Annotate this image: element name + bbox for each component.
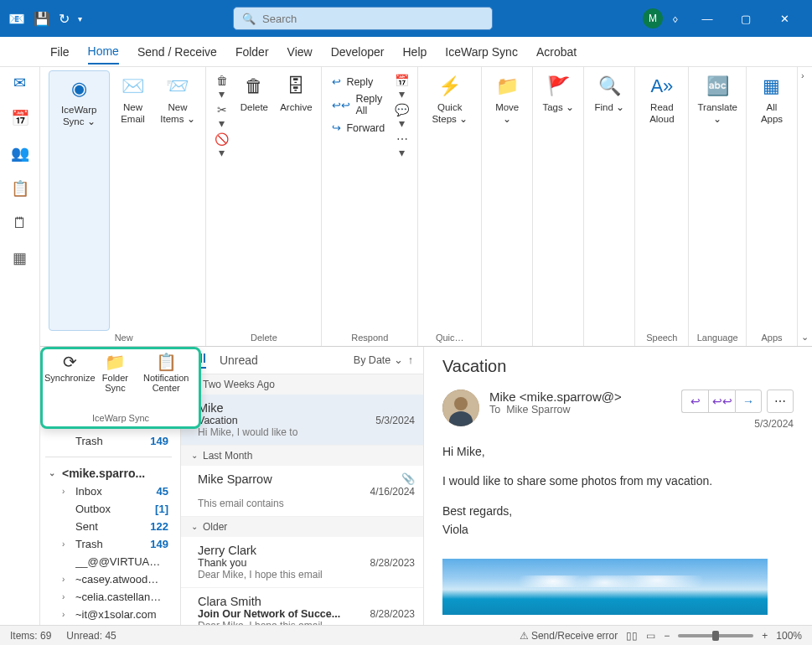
ribbon: ◉ IceWarp Sync ⌄ ✉️ New Email 📨 New Item… bbox=[40, 67, 812, 347]
minimize-button[interactable]: — bbox=[688, 0, 727, 37]
translate-button[interactable]: 🔤 Translate ⌄ bbox=[696, 70, 739, 331]
more-actions[interactable]: ⋯ bbox=[767, 390, 794, 413]
folder-item[interactable]: ›Inbox45 bbox=[45, 482, 172, 500]
find-button[interactable]: 🔍 Find ⌄ bbox=[591, 70, 628, 344]
apps-icon[interactable]: ▦ bbox=[13, 249, 27, 267]
find-icon: 🔍 bbox=[598, 72, 621, 101]
all-apps-button[interactable]: ▦ All Apps bbox=[753, 70, 790, 331]
tags-button[interactable]: 🚩 Tags ⌄ bbox=[540, 70, 577, 344]
notification-center-button[interactable]: 📋 Notification Center bbox=[135, 353, 197, 411]
message-body: Hi Mike,I would like to share some photo… bbox=[442, 443, 794, 551]
sort-direction-icon[interactable]: ↑ bbox=[408, 354, 413, 366]
search-box[interactable]: 🔍 bbox=[233, 7, 493, 30]
folder-item[interactable]: ›~celia.castellano@... bbox=[45, 588, 172, 606]
message-item[interactable]: Mike Vacation5/3/2024 Hi Mike, I would l… bbox=[181, 395, 423, 446]
folder-item[interactable]: ~marketing@x1so... bbox=[45, 623, 172, 626]
dropdown-label: IceWarp Sync bbox=[44, 411, 197, 425]
tab-unread[interactable]: Unread bbox=[220, 353, 258, 367]
save-icon[interactable]: 💾 bbox=[34, 11, 50, 27]
message-group-header[interactable]: ⌄ Last Month bbox=[181, 446, 423, 466]
notes-icon[interactable]: 🗒 bbox=[13, 214, 28, 232]
all-apps-icon: ▦ bbox=[763, 72, 780, 101]
ribbon-scroll-icon[interactable]: › bbox=[801, 70, 809, 80]
view-reading-icon[interactable]: ▭ bbox=[646, 630, 655, 642]
delete-button[interactable]: 🗑 Delete bbox=[235, 70, 272, 331]
quick-steps-button[interactable]: ⚡ Quick Steps ⌄ bbox=[425, 70, 474, 331]
menu-file[interactable]: File bbox=[50, 40, 70, 64]
folder-item[interactable]: ›Trash149 bbox=[45, 535, 172, 553]
menu-help[interactable]: Help bbox=[402, 40, 427, 64]
mail-icon[interactable]: ✉ bbox=[13, 74, 26, 92]
archive-button[interactable]: 🗄 Archive bbox=[277, 70, 314, 331]
folder-item[interactable]: ›~it@x1solar.com bbox=[45, 606, 172, 623]
message-item[interactable]: Clara Smith Join Our Network of Succe...… bbox=[181, 588, 423, 626]
status-items: Items: 69 bbox=[10, 630, 51, 642]
folder-item[interactable]: Outbox[1] bbox=[45, 500, 172, 518]
synchronize-button[interactable]: ⟳ Synchronize bbox=[44, 353, 96, 411]
icewarp-sync-button[interactable]: ◉ IceWarp Sync ⌄ bbox=[49, 70, 110, 331]
menu-send-receive[interactable]: Send / Receive bbox=[137, 40, 217, 64]
menu-home[interactable]: Home bbox=[88, 39, 119, 64]
message-list: All Unread By Date ⌄ ↑ ⌄ Two Weeks Ago M… bbox=[181, 347, 424, 626]
new-items-button[interactable]: 📨 New Items ⌄ bbox=[157, 70, 199, 331]
synchronize-icon: ⟳ bbox=[63, 353, 77, 373]
forward-button[interactable]: ↪Forward bbox=[328, 120, 388, 136]
calendar-icon[interactable]: 📅 bbox=[11, 109, 29, 127]
attachment-icon: 📎 bbox=[401, 472, 415, 485]
menu-acrobat[interactable]: Acrobat bbox=[536, 40, 577, 64]
people-icon[interactable]: 👥 bbox=[11, 144, 29, 163]
read-aloud-button[interactable]: A» Read Aloud bbox=[642, 70, 681, 331]
account-avatar[interactable]: M bbox=[643, 8, 663, 28]
reply-all-action[interactable]: ↩↩ bbox=[708, 390, 735, 413]
new-items-icon: 📨 bbox=[166, 72, 189, 101]
zoom-slider[interactable] bbox=[678, 634, 753, 637]
move-button[interactable]: 📁 Move ⌄ bbox=[489, 70, 525, 344]
tasks-icon[interactable]: 📋 bbox=[11, 179, 29, 198]
menu-icewarp-sync[interactable]: IceWarp Sync bbox=[445, 40, 518, 64]
send-receive-error[interactable]: ⚠ Send/Receive error bbox=[520, 630, 618, 642]
sync-icon[interactable]: ↻ bbox=[59, 11, 70, 27]
forward-action[interactable]: → bbox=[735, 390, 762, 413]
reply-button[interactable]: ↩Reply bbox=[328, 74, 388, 90]
account-header[interactable]: ⌄<mike.sparro... bbox=[45, 464, 172, 482]
menu-folder[interactable]: Folder bbox=[235, 40, 269, 64]
quick-steps-icon: ⚡ bbox=[438, 72, 461, 101]
dropdown-caret-icon[interactable]: ▾ bbox=[78, 14, 82, 23]
ribbon-group-respond: Respond bbox=[328, 331, 411, 344]
title-bar: 📧 💾 ↻ ▾ 🔍 M ⬨ — ▢ ✕ bbox=[0, 0, 812, 37]
search-icon: 🔍 bbox=[242, 13, 256, 25]
zoom-in[interactable]: + bbox=[762, 630, 768, 642]
close-button[interactable]: ✕ bbox=[765, 0, 804, 37]
reply-action[interactable]: ↩ bbox=[681, 390, 708, 413]
meeting-icon[interactable]: 📅▾ bbox=[395, 74, 409, 101]
reading-pane: Vacation Mike <mike.sparrow@> To Mike Sp… bbox=[424, 347, 812, 626]
new-email-button[interactable]: ✉️ New Email bbox=[115, 70, 152, 331]
zoom-level: 100% bbox=[776, 630, 802, 642]
im-icon[interactable]: 💬▾ bbox=[395, 103, 409, 130]
ignore-icon[interactable]: 🗑▾ bbox=[215, 74, 229, 101]
diamond-icon[interactable]: ⬨ bbox=[671, 11, 680, 26]
folder-item[interactable]: __@@VIRTUAL@@_... bbox=[45, 553, 172, 570]
folder-item[interactable]: ›~casey.atwood@x... bbox=[45, 570, 172, 588]
message-item[interactable]: Mike Sparrow📎 4/16/2024 This email conta… bbox=[181, 466, 423, 517]
message-item[interactable]: Jerry Clark Thank you8/28/2023 Dear Mike… bbox=[181, 537, 423, 588]
folder-item[interactable]: Sent122 bbox=[45, 518, 172, 535]
zoom-out[interactable]: − bbox=[664, 630, 670, 642]
view-normal-icon[interactable]: ▯▯ bbox=[626, 630, 638, 642]
more-respond-icon[interactable]: ⋯▾ bbox=[395, 132, 409, 159]
cleanup-icon[interactable]: ✂▾ bbox=[215, 103, 229, 130]
message-group-header[interactable]: ⌄ Two Weeks Ago bbox=[181, 374, 423, 395]
tags-icon: 🚩 bbox=[547, 72, 570, 101]
folder-sync-button[interactable]: 📁 Folder Sync bbox=[96, 353, 136, 411]
menu-view[interactable]: View bbox=[287, 40, 313, 64]
maximize-button[interactable]: ▢ bbox=[727, 0, 765, 37]
ribbon-collapse-icon[interactable]: ⌄ bbox=[801, 332, 809, 343]
archive-icon: 🗄 bbox=[287, 72, 305, 101]
message-group-header[interactable]: ⌄ Older bbox=[181, 517, 423, 537]
junk-icon[interactable]: 🚫▾ bbox=[215, 132, 229, 159]
reply-all-button[interactable]: ↩↩Reply All bbox=[328, 91, 388, 118]
search-input[interactable] bbox=[262, 13, 484, 25]
sort-by-date[interactable]: By Date ⌄ bbox=[354, 353, 403, 366]
menu-developer[interactable]: Developer bbox=[331, 40, 385, 64]
folder-item[interactable]: Trash149 bbox=[45, 432, 172, 450]
